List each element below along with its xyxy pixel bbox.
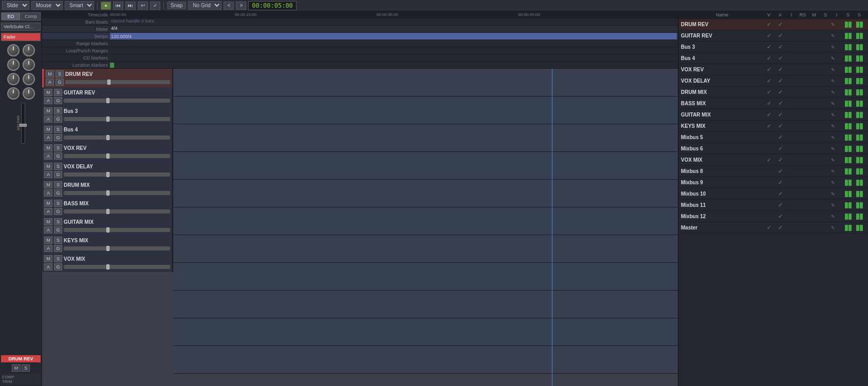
rp-a-9[interactable]: ✓ — [774, 123, 786, 129]
track-g-2[interactable]: G — [54, 97, 62, 104]
punch-btn[interactable]: ✓ — [150, 2, 160, 10]
track-header-9[interactable]: M S GUITAR MIX A G — [42, 217, 173, 235]
knob-4[interactable] — [23, 59, 35, 71]
solo-btn[interactable]: S — [22, 364, 30, 372]
track-a-5[interactable]: A — [44, 152, 52, 160]
knob-6[interactable] — [23, 73, 35, 85]
rp-a-8[interactable]: ✓ — [774, 111, 786, 118]
snap-btn[interactable]: Snap — [167, 2, 186, 9]
location-marker[interactable] — [110, 63, 114, 68]
track-header-4[interactable]: M S Bus 4 A G — [42, 124, 173, 143]
rp-edit-4[interactable]: ✎ — [831, 67, 842, 72]
track-g-3[interactable]: G — [54, 115, 62, 123]
track-fader-9[interactable] — [64, 228, 170, 232]
rewind-btn[interactable]: ⏮ — [113, 2, 123, 10]
rp-a-18[interactable]: ✓ — [774, 224, 786, 231]
forward-btn[interactable]: ⏭ — [125, 2, 136, 10]
rp-v-12[interactable]: ✓ — [763, 157, 774, 163]
track-fader-thumb-6[interactable] — [106, 172, 109, 177]
track-a-4[interactable]: A — [44, 134, 52, 141]
rp-v-1[interactable]: ✓ — [763, 32, 774, 39]
rp-edit-7[interactable]: ✎ — [831, 101, 842, 106]
track-solo-10[interactable]: S — [54, 237, 62, 244]
rp-row-5[interactable]: VOX DELAY ✓ ✓ ✎ — [679, 75, 868, 87]
slide-dropdown[interactable]: Slide — [2, 1, 29, 10]
track-content-4[interactable] — [173, 152, 678, 180]
rp-row-14[interactable]: Mixbus 9 ✓ ✎ — [679, 177, 868, 188]
rp-row-12[interactable]: VOX MIX ✓ ✓ ✎ — [679, 155, 868, 166]
track-a-8[interactable]: A — [44, 208, 52, 215]
smart-dropdown[interactable]: Smart — [65, 1, 94, 10]
track-fader-thumb-4[interactable] — [106, 135, 109, 140]
rp-a-0[interactable]: ✓ — [774, 21, 786, 28]
track-content-5[interactable] — [173, 180, 678, 207]
sidebar-tab-eo[interactable]: EO — [1, 12, 21, 21]
track-a-11[interactable]: A — [44, 263, 52, 271]
rp-v-7[interactable]: ✓ — [763, 100, 774, 107]
rp-edit-16[interactable]: ✎ — [831, 203, 842, 208]
track-solo-7[interactable]: S — [54, 181, 62, 188]
track-mute-1[interactable]: M — [46, 70, 54, 78]
rp-row-15[interactable]: Mixbus 10 ✓ ✎ — [679, 188, 868, 200]
active-channel-label[interactable]: DRUM REV — [1, 355, 41, 362]
track-g-5[interactable]: G — [54, 152, 62, 160]
rp-edit-0[interactable]: ✎ — [831, 22, 842, 27]
track-content-8[interactable] — [173, 263, 678, 291]
track-a-9[interactable]: A — [44, 226, 52, 234]
rp-row-4[interactable]: VOX REV ✓ ✓ ✎ — [679, 64, 868, 75]
track-mute-2[interactable]: M — [44, 89, 52, 96]
rp-row-1[interactable]: GUITAR REV ✓ ✓ ✎ — [679, 30, 868, 42]
rp-edit-11[interactable]: ✎ — [831, 146, 842, 151]
track-content-2[interactable] — [173, 96, 678, 124]
rp-a-15[interactable]: ✓ — [774, 190, 786, 197]
track-header-8[interactable]: M S BASS MIX A G — [42, 198, 173, 217]
main-fader[interactable] — [21, 103, 25, 144]
track-a-2[interactable]: A — [44, 97, 52, 104]
rp-a-1[interactable]: ✓ — [774, 32, 786, 39]
track-solo-8[interactable]: S — [54, 200, 62, 207]
track-a-1[interactable]: A — [46, 79, 54, 86]
rp-row-10[interactable]: Mixbus 5 ✓ ✎ — [679, 132, 868, 143]
track-g-4[interactable]: G — [54, 134, 62, 141]
sidebar-plugin-fader[interactable]: Fader — [1, 33, 41, 41]
track-fader-thumb-3[interactable] — [106, 117, 109, 122]
rp-edit-10[interactable]: ✎ — [831, 135, 842, 140]
track-fader-thumb-9[interactable] — [106, 227, 109, 233]
track-mute-3[interactable]: M — [44, 107, 52, 114]
track-solo-6[interactable]: S — [54, 163, 62, 170]
rp-edit-13[interactable]: ✎ — [831, 169, 842, 174]
track-mute-5[interactable]: M — [44, 144, 52, 151]
track-content-3[interactable] — [173, 124, 678, 152]
rp-row-9[interactable]: KEYS MIX ✓ ✓ ✎ — [679, 121, 868, 132]
track-fader-7[interactable] — [64, 191, 170, 195]
track-fader-thumb-5[interactable] — [106, 153, 109, 159]
track-mute-6[interactable]: M — [44, 163, 52, 170]
track-g-7[interactable]: G — [54, 189, 62, 197]
track-content-11[interactable] — [173, 346, 678, 374]
track-fader-2[interactable] — [64, 99, 170, 103]
track-a-10[interactable]: A — [44, 245, 52, 252]
rp-edit-1[interactable]: ✎ — [831, 33, 842, 38]
track-a-6[interactable]: A — [44, 171, 52, 178]
grid-dropdown[interactable]: No Grid — [188, 1, 221, 10]
loop-btn[interactable]: ↩ — [138, 2, 148, 10]
rp-edit-12[interactable]: ✎ — [831, 158, 842, 163]
rp-a-3[interactable]: ✓ — [774, 55, 786, 62]
track-fader-thumb-1[interactable] — [107, 80, 110, 85]
prev-marker-btn[interactable]: < — [224, 2, 234, 10]
rp-a-17[interactable]: ✓ — [774, 213, 786, 220]
rp-a-12[interactable]: ✓ — [774, 157, 786, 163]
track-solo-5[interactable]: S — [54, 144, 62, 151]
track-fader-6[interactable] — [64, 172, 170, 177]
rp-a-14[interactable]: ✓ — [774, 179, 786, 186]
knob-2[interactable] — [23, 44, 35, 56]
rp-a-10[interactable]: ✓ — [774, 134, 786, 141]
track-mute-11[interactable]: M — [44, 255, 52, 262]
rp-edit-15[interactable]: ✎ — [831, 191, 842, 197]
rp-row-16[interactable]: Mixbus 11 ✓ ✎ — [679, 200, 868, 211]
track-fader-11[interactable] — [64, 265, 170, 269]
rp-edit-18[interactable]: ✎ — [831, 225, 842, 230]
track-fader-5[interactable] — [64, 154, 170, 158]
rp-v-4[interactable]: ✓ — [763, 66, 774, 73]
track-header-11[interactable]: M S VOX MIX A G — [42, 254, 173, 272]
